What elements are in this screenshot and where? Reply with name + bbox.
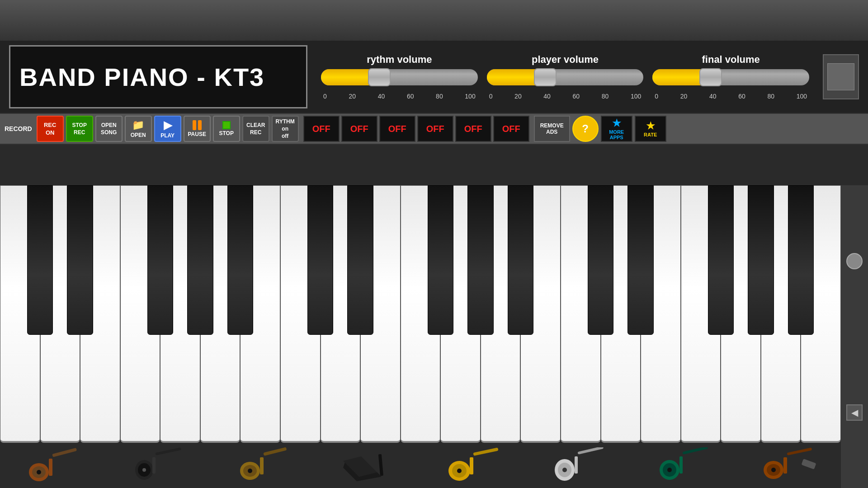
black-key-3[interactable] <box>147 185 174 335</box>
clear-button[interactable]: CLEAR REC <box>242 116 269 142</box>
player-slider-container <box>487 69 644 89</box>
stop-icon <box>222 121 231 129</box>
scroll-left-arrow[interactable]: ◀ <box>846 404 863 421</box>
clear-label: CLEAR <box>246 122 265 128</box>
svg-rect-2 <box>49 459 52 476</box>
guitar-5[interactable] <box>420 443 526 488</box>
help-button[interactable]: ? <box>572 116 599 142</box>
black-key-19[interactable] <box>788 185 814 335</box>
off-button-4[interactable]: OFF <box>417 116 453 142</box>
guitar-8-icon <box>759 447 818 483</box>
black-key-7[interactable] <box>307 185 334 335</box>
off-button-1[interactable]: OFF <box>303 116 340 142</box>
black-key-15[interactable] <box>627 185 654 335</box>
pause-button[interactable]: PAUSE <box>184 116 211 142</box>
guitar-8[interactable] <box>736 443 841 488</box>
open-song-sublabel: SONG <box>101 129 117 136</box>
guitar-row <box>0 443 841 488</box>
off-button-2[interactable]: OFF <box>341 116 377 142</box>
question-icon: ? <box>582 122 589 135</box>
black-key-17[interactable] <box>708 185 734 335</box>
svg-rect-31 <box>679 456 683 474</box>
black-key-8[interactable] <box>347 185 373 335</box>
off-buttons-group: OFF OFF OFF OFF OFF OFF <box>303 116 529 142</box>
guitar-4[interactable] <box>316 443 421 488</box>
svg-rect-32 <box>683 447 708 455</box>
rythm-label: RYTHM <box>276 118 295 125</box>
black-key-5[interactable] <box>227 185 254 335</box>
rythm-on: on <box>282 126 288 132</box>
guitar-4-icon <box>336 447 400 483</box>
final-slider-track <box>652 69 809 85</box>
svg-point-4 <box>37 470 41 474</box>
guitar-5-icon <box>443 447 502 483</box>
svg-rect-39 <box>801 459 816 469</box>
right-controls: ◀ <box>841 185 868 488</box>
pause-label: PAUSE <box>188 131 206 137</box>
play-button[interactable]: ▶ PLAY <box>154 116 181 142</box>
guitar-3[interactable] <box>210 443 316 488</box>
black-key-1[interactable] <box>67 185 93 335</box>
off-button-3[interactable]: OFF <box>379 116 415 142</box>
piano-wrapper <box>0 185 841 443</box>
left-arrow-icon: ◀ <box>851 407 858 418</box>
black-key-12[interactable] <box>508 185 534 335</box>
player-volume-group: player volume 0 20 40 60 80 100 <box>487 54 644 100</box>
rate-button[interactable]: ★ RATE <box>635 116 666 142</box>
svg-rect-26 <box>575 456 578 474</box>
header-section: BAND PIANO - KT3 rythm volume 0 20 40 60 <box>0 41 868 113</box>
player-slider-track <box>487 69 644 85</box>
svg-rect-21 <box>470 457 473 474</box>
guitar-7-icon <box>654 447 712 483</box>
rythm-slider-thumb[interactable] <box>368 68 391 86</box>
black-key-18[interactable] <box>748 185 774 335</box>
remove-ads-button[interactable]: REMOVE ADS <box>534 116 570 142</box>
guitar-1[interactable] <box>0 443 105 488</box>
svg-rect-8 <box>155 447 181 455</box>
star-gold-icon: ★ <box>646 120 655 132</box>
stop-button[interactable]: STOP <box>213 116 240 142</box>
play-label: PLAY <box>160 132 175 139</box>
more-apps-button[interactable]: ★ MOREAPPS <box>601 116 632 142</box>
black-key-4[interactable] <box>187 185 213 335</box>
volume-controls: rythm volume 0 20 40 60 80 100 <box>321 54 809 100</box>
black-key-11[interactable] <box>467 185 494 335</box>
rythm-volume-group: rythm volume 0 20 40 60 80 100 <box>321 54 478 100</box>
player-slider-fill <box>487 69 542 85</box>
stop-rec-sublabel: REC <box>74 129 85 136</box>
black-key-14[interactable] <box>588 185 614 335</box>
final-slider-container <box>652 69 809 89</box>
rythm-toggle-button[interactable]: RYTHM on off <box>272 116 299 142</box>
guitar-2-icon <box>131 447 185 483</box>
final-volume-label: final volume <box>702 54 760 66</box>
guitar-6[interactable] <box>526 443 631 488</box>
record-label: RECORD <box>5 125 32 132</box>
svg-rect-37 <box>787 447 812 455</box>
svg-point-14 <box>248 469 252 473</box>
rec-on-button[interactable]: REC ON <box>37 116 64 142</box>
svg-point-23 <box>457 469 462 473</box>
svg-rect-27 <box>577 447 604 455</box>
svg-point-28 <box>562 468 567 472</box>
rythm-off: off <box>282 133 288 139</box>
scroll-circle[interactable] <box>846 253 863 269</box>
guitar-1-icon <box>25 447 80 483</box>
toolbar: RECORD REC ON STOP REC OPEN SONG 📁 OPEN … <box>0 113 868 145</box>
svg-rect-22 <box>473 447 499 455</box>
open-song-button[interactable]: OPEN SONG <box>95 116 123 142</box>
open-button[interactable]: 📁 OPEN <box>125 116 152 142</box>
svg-point-9 <box>142 468 146 472</box>
stop-rec-button[interactable]: STOP REC <box>66 116 93 142</box>
title-box: BAND PIANO - KT3 <box>9 45 307 108</box>
svg-rect-3 <box>52 448 77 457</box>
player-slider-thumb[interactable] <box>534 68 557 86</box>
off-button-5[interactable]: OFF <box>455 116 491 142</box>
guitar-2[interactable] <box>105 443 211 488</box>
guitar-7[interactable] <box>631 443 736 488</box>
black-key-10[interactable] <box>428 185 454 335</box>
off-button-6[interactable]: OFF <box>493 116 529 142</box>
black-key-0[interactable] <box>27 185 53 335</box>
rythm-slider-container <box>321 69 478 89</box>
final-slider-thumb[interactable] <box>699 68 722 86</box>
more-apps-label: MOREAPPS <box>609 129 624 140</box>
